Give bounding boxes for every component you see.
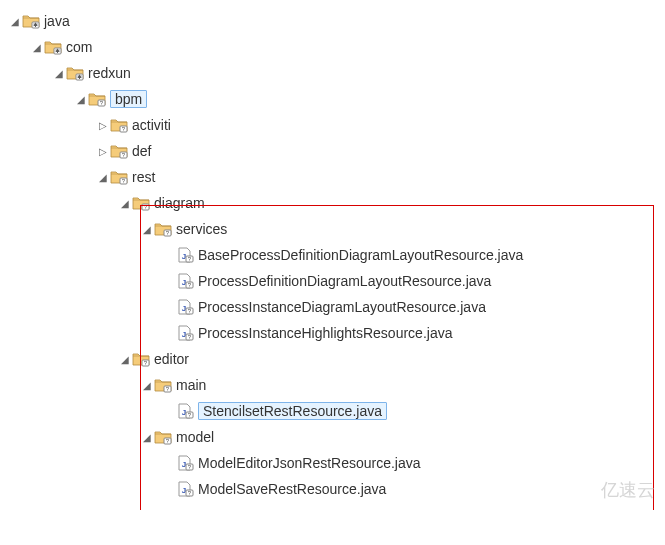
folder-modified-icon — [66, 65, 84, 81]
collapse-arrow-icon[interactable]: ▷ — [96, 144, 110, 158]
java-file-icon — [176, 247, 194, 263]
tree-label: ModelEditorJsonRestResource.java — [198, 455, 421, 471]
java-file-icon — [176, 325, 194, 341]
tree-label: main — [176, 377, 206, 393]
folder-unknown-icon — [132, 351, 150, 367]
expand-arrow-icon[interactable]: ◢ — [74, 92, 88, 106]
folder-unknown-icon — [154, 221, 172, 237]
folder-unknown-icon — [154, 429, 172, 445]
tree-item-model[interactable]: ◢ model — [8, 424, 657, 450]
tree-item-file[interactable]: ▷ ProcessDefinitionDiagramLayoutResource… — [8, 268, 657, 294]
folder-unknown-icon — [132, 195, 150, 211]
tree-label: activiti — [132, 117, 171, 133]
tree-label: java — [44, 13, 70, 29]
expand-arrow-icon[interactable]: ◢ — [96, 170, 110, 184]
tree-label: editor — [154, 351, 189, 367]
expand-arrow-icon[interactable]: ◢ — [8, 14, 22, 28]
tree-item-bpm[interactable]: ◢ bpm — [8, 86, 657, 112]
folder-modified-icon — [22, 13, 40, 29]
folder-unknown-icon — [88, 91, 106, 107]
expand-arrow-icon[interactable]: ◢ — [52, 66, 66, 80]
expand-arrow-icon[interactable]: ◢ — [118, 352, 132, 366]
tree-item-file[interactable]: ▷ BaseProcessDefinitionDiagramLayoutReso… — [8, 242, 657, 268]
tree-label: model — [176, 429, 214, 445]
expand-arrow-icon[interactable]: ◢ — [118, 196, 132, 210]
tree-item-editor[interactable]: ◢ editor — [8, 346, 657, 372]
tree-item-file[interactable]: ▷ StencilsetRestResource.java — [8, 398, 657, 424]
collapse-arrow-icon[interactable]: ▷ — [96, 118, 110, 132]
tree-label: ProcessDefinitionDiagramLayoutResource.j… — [198, 273, 491, 289]
tree-label: BaseProcessDefinitionDiagramLayoutResour… — [198, 247, 523, 263]
tree-item-activiti[interactable]: ▷ activiti — [8, 112, 657, 138]
folder-unknown-icon — [110, 143, 128, 159]
tree-item-rest[interactable]: ◢ rest — [8, 164, 657, 190]
java-file-icon — [176, 299, 194, 315]
tree-label: def — [132, 143, 151, 159]
folder-unknown-icon — [110, 169, 128, 185]
expand-arrow-icon[interactable]: ◢ — [140, 222, 154, 236]
tree-label: redxun — [88, 65, 131, 81]
folder-modified-icon — [44, 39, 62, 55]
tree-item-services[interactable]: ◢ services — [8, 216, 657, 242]
tree-item-main[interactable]: ◢ main — [8, 372, 657, 398]
java-file-icon — [176, 481, 194, 497]
tree-label: ModelSaveRestResource.java — [198, 481, 386, 497]
tree-label: com — [66, 39, 92, 55]
java-file-icon — [176, 403, 194, 419]
tree-item-diagram[interactable]: ◢ diagram — [8, 190, 657, 216]
tree-item-redxun[interactable]: ◢ redxun — [8, 60, 657, 86]
tree-item-file[interactable]: ▷ ProcessInstanceHighlightsResource.java — [8, 320, 657, 346]
expand-arrow-icon[interactable]: ◢ — [140, 430, 154, 444]
tree-label: ProcessInstanceDiagramLayoutResource.jav… — [198, 299, 486, 315]
tree-item-def[interactable]: ▷ def — [8, 138, 657, 164]
tree-item-file[interactable]: ▷ ProcessInstanceDiagramLayoutResource.j… — [8, 294, 657, 320]
tree-label: services — [176, 221, 227, 237]
java-file-icon — [176, 455, 194, 471]
tree-label: ProcessInstanceHighlightsResource.java — [198, 325, 452, 341]
tree-label: bpm — [110, 90, 147, 108]
java-file-icon — [176, 273, 194, 289]
tree-item-java[interactable]: ◢ java — [8, 8, 657, 34]
tree-label: StencilsetRestResource.java — [198, 402, 387, 420]
tree-item-file[interactable]: ▷ ModelSaveRestResource.java — [8, 476, 657, 502]
tree-item-file[interactable]: ▷ ModelEditorJsonRestResource.java — [8, 450, 657, 476]
tree-item-com[interactable]: ◢ com — [8, 34, 657, 60]
tree-label: diagram — [154, 195, 205, 211]
expand-arrow-icon[interactable]: ◢ — [30, 40, 44, 54]
folder-unknown-icon — [110, 117, 128, 133]
folder-unknown-icon — [154, 377, 172, 393]
expand-arrow-icon[interactable]: ◢ — [140, 378, 154, 392]
package-tree: ◢ java ◢ com ◢ redxun ◢ bpm ▷ activiti ▷… — [8, 8, 657, 502]
tree-label: rest — [132, 169, 155, 185]
